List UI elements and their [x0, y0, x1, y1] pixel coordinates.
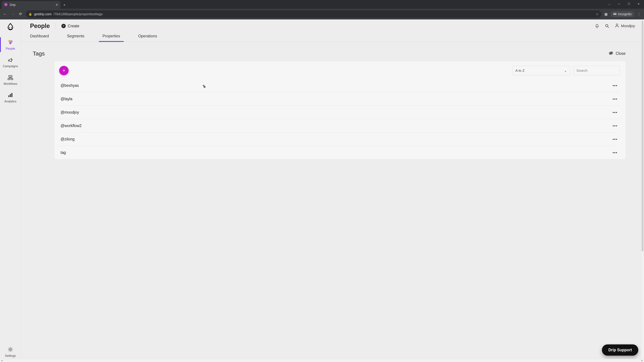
new-tab-button[interactable]: + [62, 2, 67, 8]
tag-row[interactable]: @zilong ••• [59, 133, 620, 146]
megaphone-icon [7, 56, 14, 63]
tab-properties[interactable]: Properties [102, 34, 120, 42]
nav-item-workflows[interactable]: Workflows [0, 71, 21, 89]
lock-icon: 🔒 [28, 12, 32, 16]
scroll-right-arrow-icon[interactable]: ► [640, 359, 644, 362]
create-label: Create [68, 24, 79, 28]
tag-row[interactable]: @layla ••• [59, 92, 620, 106]
row-menu-icon[interactable]: ••• [613, 137, 618, 141]
svg-rect-10 [12, 93, 12, 97]
row-menu-icon[interactable]: ••• [613, 83, 618, 88]
section-title: Tags [33, 50, 45, 57]
bookmark-star-icon[interactable]: ☆ [596, 12, 599, 16]
scroll-left-arrow-icon[interactable]: ◄ [0, 359, 4, 362]
create-button[interactable]: + Create [62, 24, 79, 28]
svg-point-11 [10, 349, 11, 350]
tab-close-icon[interactable]: ✕ [56, 3, 58, 7]
plus-circle-icon: + [62, 24, 66, 28]
window-minimize-icon[interactable]: — [618, 2, 620, 5]
tag-name: tag [60, 150, 66, 155]
people-icon [7, 39, 14, 45]
svg-point-13 [616, 24, 618, 25]
user-menu[interactable]: Moodjoy [615, 23, 635, 29]
svg-point-12 [606, 24, 608, 27]
sub-tabs: Dashboard Segments Properties Operations [21, 29, 644, 42]
incognito-label: Incognito [618, 12, 632, 16]
window-close-icon[interactable]: ✕ [638, 2, 640, 5]
tag-row[interactable]: @workflow2 ••• [59, 119, 620, 133]
svg-point-4 [9, 42, 12, 44]
tag-name: @beshyas [60, 83, 79, 88]
eye-off-icon [608, 51, 613, 56]
window-maximize-icon[interactable]: ☐ [628, 2, 630, 5]
browser-address-bar: ← → ⟳ 🔒 getdrip.com /7641396/people/prop… [0, 9, 644, 19]
top-bar-right: Moodjoy [594, 23, 635, 29]
nav-item-label: Workflows [4, 82, 18, 86]
bell-icon[interactable] [594, 23, 600, 28]
chevron-down-icon: ⌄ [564, 68, 567, 72]
nav-forward-icon[interactable]: → [10, 12, 15, 16]
tabs-dropdown-icon[interactable]: ⌄ [608, 2, 610, 5]
row-menu-icon[interactable]: ••• [613, 150, 618, 155]
tag-row[interactable]: tag ••• [59, 146, 620, 159]
divider [56, 23, 56, 29]
left-nav: People Campaigns Workflows Analytics [0, 19, 21, 362]
nav-item-people[interactable]: People [0, 36, 21, 53]
top-bar: People + Create Moodjoy [21, 19, 644, 29]
analytics-icon [7, 92, 14, 98]
browser-tab-active[interactable]: Drip ✕ [2, 1, 60, 9]
window-controls: ⌄ — ☐ ✕ [604, 0, 644, 5]
tag-search-input[interactable] [573, 66, 620, 75]
svg-rect-7 [11, 78, 13, 80]
tab-segments[interactable]: Segments [67, 34, 84, 42]
svg-rect-9 [10, 94, 11, 97]
svg-point-2 [8, 40, 10, 42]
browser-tab-strip: Drip ✕ + ⌄ — ☐ ✕ [0, 0, 644, 9]
nav-item-label: Analytics [4, 100, 16, 103]
svg-rect-8 [8, 95, 10, 97]
drip-favicon [4, 3, 8, 7]
tag-row[interactable]: @moodjoy ••• [59, 106, 620, 119]
row-menu-icon[interactable]: ••• [613, 124, 618, 128]
tag-row[interactable]: @beshyas ••• [59, 79, 620, 92]
tag-name: @moodjoy [60, 110, 79, 115]
search-icon[interactable] [604, 23, 610, 28]
nav-item-analytics[interactable]: Analytics [0, 89, 21, 106]
nav-back-icon[interactable]: ← [3, 12, 8, 16]
nav-reload-icon[interactable]: ⟳ [18, 12, 23, 16]
gear-icon [7, 346, 14, 353]
app-viewport: People Campaigns Workflows Analytics [0, 19, 644, 362]
browser-tab-title: Drip [10, 3, 54, 7]
tag-name: @workflow2 [60, 123, 82, 128]
close-button[interactable]: Close [608, 51, 626, 56]
incognito-badge[interactable]: 🕶 Incognito [611, 11, 634, 17]
user-name: Moodjoy [621, 24, 635, 28]
url-path: /7641396/people/properties#tags [54, 12, 103, 16]
vertical-scrollbar[interactable] [641, 19, 644, 359]
drip-logo[interactable] [6, 22, 15, 31]
tab-operations[interactable]: Operations [138, 34, 157, 42]
main-column: People + Create Moodjoy [21, 19, 644, 362]
horizontal-scrollbar[interactable]: ◄ ► [0, 359, 644, 362]
tag-name: @zilong [60, 137, 74, 141]
nav-item-campaigns[interactable]: Campaigns [0, 53, 21, 71]
support-button[interactable]: Drip Support [602, 345, 638, 356]
url-domain: getdrip.com [34, 12, 52, 16]
user-icon [615, 23, 619, 29]
tag-name: @layla [60, 97, 72, 101]
extensions-icon[interactable]: ▦ [604, 12, 608, 16]
tab-dashboard[interactable]: Dashboard [30, 34, 49, 42]
url-input[interactable]: 🔒 getdrip.com /7641396/people/properties… [26, 10, 602, 18]
sort-select[interactable]: A to Z ⌄ [512, 66, 570, 75]
svg-point-0 [9, 27, 10, 28]
row-menu-icon[interactable]: ••• [613, 97, 618, 101]
sort-select-value: A to Z [515, 68, 524, 72]
row-menu-icon[interactable]: ••• [613, 110, 618, 115]
nav-item-label: Settings [5, 354, 16, 358]
workflow-icon [7, 74, 14, 81]
browser-menu-icon[interactable]: ⋮ [637, 12, 641, 16]
add-tag-button[interactable]: + [59, 66, 68, 75]
nav-item-label: Campaigns [3, 64, 18, 68]
tag-list: @beshyas ••• @layla ••• @moodjoy ••• @wo… [59, 79, 620, 159]
svg-rect-6 [8, 78, 10, 80]
